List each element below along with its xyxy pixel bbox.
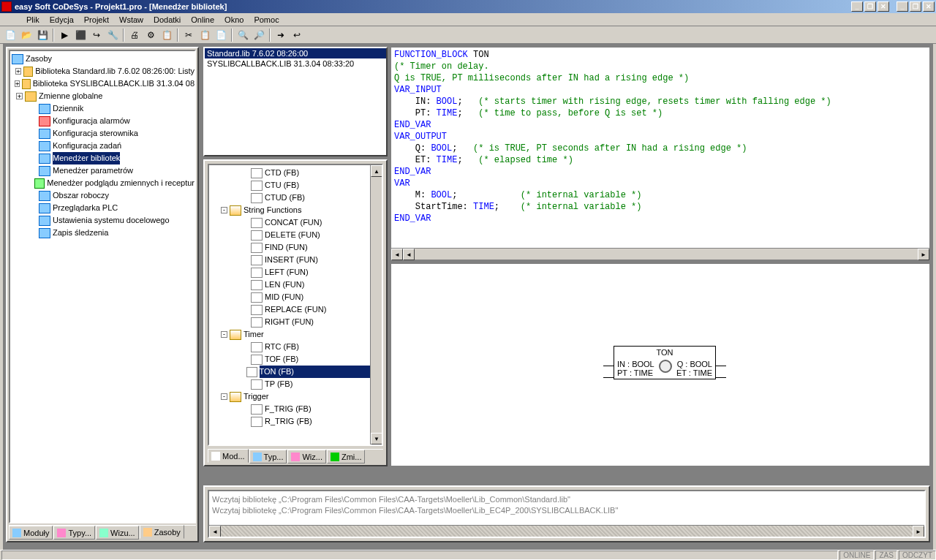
tab-typy[interactable]: Typy... — [53, 526, 95, 540]
tab-wizu[interactable]: Wizu... — [96, 526, 139, 540]
find-button[interactable]: 🔍 — [235, 28, 250, 42]
tool2-button[interactable]: ⚙ — [143, 28, 158, 42]
fb-tree-item[interactable]: INSERT (FUN) — [211, 254, 382, 266]
fb-tab-1[interactable]: Typ... — [249, 450, 287, 463]
scroll-left2-button[interactable]: ◄ — [403, 249, 415, 260]
fb-tree-item[interactable]: F_TRIG (FB) — [211, 403, 382, 415]
fb-tree-item[interactable]: TOF (FB) — [211, 353, 382, 366]
fb-tree-item[interactable]: -String Functions — [211, 204, 382, 216]
findnext-button[interactable]: 🔎 — [252, 28, 266, 42]
status-odczyt: ODCZYT — [899, 550, 936, 560]
lib-item[interactable]: SYSLIBCALLBACK.LIB 31.3.04 08:33:20 — [205, 58, 386, 69]
tree-item[interactable]: Menedżer podglądu zmiennych i receptur — [12, 177, 195, 189]
fb-tree-item[interactable]: REPLACE (FUN) — [211, 303, 382, 316]
tree-item[interactable]: +Biblioteka SYSLIBCALLBACK.LIB 31.3.04 0… — [12, 77, 195, 90]
fb-tree-item[interactable]: TON (FB) — [211, 366, 382, 378]
fb-tree-item[interactable]: CONCAT (FUN) — [211, 216, 382, 229]
fb-tree-item[interactable]: MID (FUN) — [211, 291, 382, 303]
expander-icon[interactable]: - — [221, 207, 227, 213]
stop-button[interactable]: ⬛ — [73, 28, 88, 42]
lib-list[interactable]: Standard.lib 7.6.02 08:26:00SYSLIBCALLBA… — [205, 48, 386, 155]
print-button[interactable]: 🖨 — [127, 28, 142, 42]
tree-item[interactable]: Obszar roboczy — [12, 189, 195, 202]
run-button[interactable]: ▶ — [57, 28, 72, 42]
tree-item[interactable]: Konfiguracja sterownika — [12, 127, 195, 140]
tree-item[interactable]: Konfiguracja alarmów — [12, 115, 195, 127]
menu-plik[interactable]: Plik — [21, 15, 45, 24]
fb-tree[interactable]: CTD (FB)CTU (FB)CTUD (FB)-String Functio… — [209, 165, 382, 429]
fb-tab-3[interactable]: Zmi... — [327, 450, 366, 463]
tab-moduy[interactable]: Moduły — [9, 526, 53, 540]
message-list[interactable]: Wczytaj bibliotekę „C:\Program Files\Com… — [209, 491, 924, 525]
new-button[interactable]: 📄 — [3, 28, 18, 42]
fb-tree-item[interactable]: R_TRIG (FB) — [211, 415, 382, 428]
fb-tree-item[interactable]: FIND (FUN) — [211, 241, 382, 254]
lib-item[interactable]: Standard.lib 7.6.02 08:26:00 — [205, 48, 386, 58]
menu-pomoc[interactable]: Pomoc — [249, 15, 284, 24]
copy-button[interactable]: 📋 — [197, 28, 212, 42]
fb-tab-2[interactable]: Wiz... — [287, 450, 326, 463]
tab-zasoby[interactable]: Zasoby — [140, 525, 184, 539]
fb-tree-item[interactable]: -Trigger — [211, 390, 382, 403]
fb-tree-item[interactable]: TP (FB) — [211, 378, 382, 390]
tree-item[interactable]: Menedżer parametrów — [12, 164, 195, 177]
paste-button[interactable]: 📄 — [214, 28, 228, 42]
msg-scroll-left-button[interactable]: ◄ — [209, 526, 221, 537]
scroll-up-button[interactable]: ▲ — [371, 165, 382, 177]
menu-online[interactable]: Online — [186, 15, 219, 24]
expander-icon[interactable]: - — [221, 331, 227, 338]
resources-tree[interactable]: Zasoby+Biblioteka Standard.lib 7.6.02 08… — [10, 51, 195, 241]
mdi-restore-button[interactable]: ❐ — [910, 1, 921, 12]
menu-okno[interactable]: Okno — [219, 15, 249, 24]
open-button[interactable]: 📂 — [19, 28, 34, 42]
fb-tree-item[interactable]: RTC (FB) — [211, 341, 382, 353]
fb-tree-item[interactable]: DELETE (FUN) — [211, 229, 382, 241]
close-button[interactable]: ✕ — [878, 1, 889, 12]
logout-button[interactable]: ↩ — [290, 28, 304, 42]
scroll-right-button[interactable]: ► — [918, 249, 929, 260]
expander-icon[interactable]: - — [221, 393, 227, 400]
code-view[interactable]: FUNCTION_BLOCK TON(* Timer on delay.Q is… — [391, 48, 929, 248]
tree-item[interactable]: +Biblioteka Standard.lib 7.6.02 08:26:00… — [12, 65, 195, 77]
save-button[interactable]: 💾 — [35, 28, 50, 42]
fb-tree-item[interactable]: -Timer — [211, 328, 382, 341]
fb-tree-item[interactable]: LEN (FUN) — [211, 279, 382, 291]
restore-button[interactable]: ❐ — [864, 1, 876, 12]
fb-label: DELETE (FUN) — [265, 229, 320, 241]
tree-item[interactable]: Przeglądarka PLC — [12, 202, 195, 214]
tree-item[interactable]: Dziennik — [12, 102, 195, 115]
message-h-scrollbar[interactable]: ◄ ► — [209, 525, 924, 537]
mdi-minimize-button[interactable]: _ — [897, 1, 908, 12]
fb-tree-item[interactable]: CTUD (FB) — [211, 192, 382, 204]
fb-tree-item[interactable]: RIGHT (FUN) — [211, 316, 382, 328]
tree-item[interactable]: Ustawienia systemu docelowego — [12, 214, 195, 227]
fb-tree-scrollbar[interactable]: ▲ ▼ — [370, 165, 382, 444]
menu-wstaw[interactable]: Wstaw — [114, 15, 148, 24]
tree-item[interactable]: Konfiguracja zadań — [12, 140, 195, 152]
tool3-button[interactable]: 📋 — [159, 28, 174, 42]
scroll-left-button[interactable]: ◄ — [391, 249, 403, 260]
menu-dodatki[interactable]: Dodatki — [148, 15, 186, 24]
tree-item[interactable]: Menedżer bibliotek — [12, 152, 195, 164]
expander-icon[interactable]: + — [15, 80, 20, 87]
menu-projekt[interactable]: Projekt — [79, 15, 114, 24]
tab-icon — [291, 453, 300, 461]
expander-icon[interactable]: + — [16, 93, 23, 99]
tool-button[interactable]: 🔧 — [105, 28, 120, 42]
cut-button[interactable]: ✂ — [181, 28, 196, 42]
msg-scroll-right-button[interactable]: ► — [913, 526, 924, 537]
fb-tab-0[interactable]: Mod... — [208, 449, 249, 463]
menu-edycja[interactable]: Edycja — [45, 15, 79, 24]
mdi-close-button[interactable]: ✕ — [923, 1, 935, 12]
fb-tree-item[interactable]: CTD (FB) — [211, 167, 382, 179]
scroll-down-button[interactable]: ▼ — [371, 433, 382, 444]
tree-item[interactable]: +Zmienne globalne — [12, 90, 195, 102]
minimize-button[interactable]: _ — [851, 1, 863, 12]
expander-icon[interactable]: + — [15, 68, 21, 75]
fb-tree-item[interactable]: CTU (FB) — [211, 179, 382, 192]
fb-tree-item[interactable]: LEFT (FUN) — [211, 266, 382, 279]
step-button[interactable]: ↪ — [89, 28, 104, 42]
login-button[interactable]: ➜ — [273, 28, 288, 42]
tree-item[interactable]: Zapis śledzenia — [12, 227, 195, 239]
code-h-scrollbar[interactable]: ◄ ◄ ► — [391, 248, 929, 260]
